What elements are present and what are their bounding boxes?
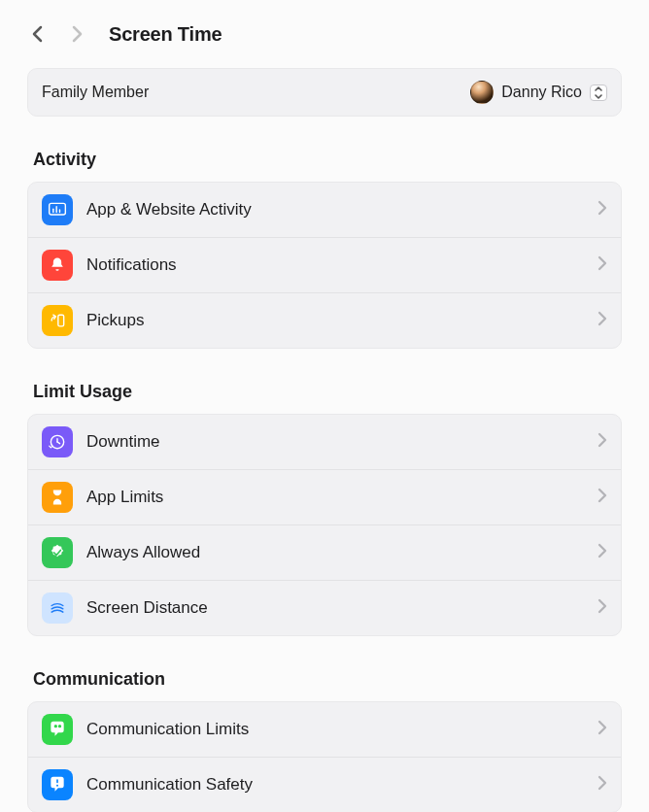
chart-icon <box>42 194 73 225</box>
page-title: Screen Time <box>109 23 222 46</box>
chevron-right-icon <box>598 311 607 330</box>
svg-rect-4 <box>58 315 64 326</box>
bell-icon <box>42 250 73 281</box>
hourglass-icon <box>42 482 73 513</box>
limit-usage-group: Downtime App Limits Always Allowed Scree… <box>27 414 622 636</box>
chevron-right-icon <box>598 255 607 275</box>
back-button[interactable] <box>23 19 52 49</box>
row-label: Downtime <box>86 432 584 452</box>
activity-section-title: Activity <box>33 150 622 170</box>
row-label: Notifications <box>86 255 584 275</box>
row-always-allowed[interactable]: Always Allowed <box>28 524 621 580</box>
row-communication-limits[interactable]: Communication Limits <box>28 702 621 757</box>
svg-point-8 <box>54 725 57 727</box>
family-member-selector[interactable]: Family Member Danny Rico <box>27 68 622 117</box>
family-member-label: Family Member <box>42 84 149 101</box>
check-shield-icon <box>42 537 73 568</box>
dropdown-arrows-icon <box>590 85 607 101</box>
family-member-name: Danny Rico <box>501 84 582 101</box>
svg-point-9 <box>58 725 61 727</box>
chat-alert-icon <box>42 769 73 800</box>
row-app-website-activity[interactable]: App & Website Activity <box>28 183 621 237</box>
row-downtime[interactable]: Downtime <box>28 415 621 469</box>
limit-usage-section-title: Limit Usage <box>33 382 622 402</box>
chevron-right-icon <box>598 775 607 795</box>
chevron-right-icon <box>598 720 607 739</box>
svg-line-7 <box>57 442 60 444</box>
forward-button[interactable] <box>62 19 91 49</box>
svg-rect-0 <box>50 203 66 215</box>
row-label: Always Allowed <box>86 543 584 562</box>
activity-group: App & Website Activity Notifications Pic… <box>27 182 622 349</box>
family-member-dropdown[interactable]: Danny Rico <box>470 81 607 104</box>
row-screen-distance[interactable]: Screen Distance <box>28 580 621 635</box>
svg-point-11 <box>56 785 58 787</box>
clock-down-icon <box>42 426 73 457</box>
communication-group: Communication Limits Communication Safet… <box>27 701 622 812</box>
row-pickups[interactable]: Pickups <box>28 292 621 348</box>
chevron-right-icon <box>598 200 607 220</box>
row-notifications[interactable]: Notifications <box>28 237 621 292</box>
svg-rect-10 <box>56 779 58 783</box>
chevron-right-icon <box>598 432 607 452</box>
row-communication-safety[interactable]: Communication Safety <box>28 757 621 812</box>
row-label: App & Website Activity <box>86 200 584 220</box>
header: Screen Time <box>0 0 649 58</box>
pickups-icon <box>42 305 73 336</box>
chevron-right-icon <box>598 543 607 562</box>
chevron-right-icon <box>598 598 607 618</box>
row-label: Communication Safety <box>86 775 584 795</box>
row-app-limits[interactable]: App Limits <box>28 469 621 524</box>
communication-section-title: Communication <box>33 669 622 690</box>
chevron-right-icon <box>598 488 607 507</box>
avatar-icon <box>470 81 494 104</box>
row-label: App Limits <box>86 488 584 507</box>
row-label: Screen Distance <box>86 598 584 618</box>
chat-people-icon <box>42 714 73 745</box>
row-label: Communication Limits <box>86 720 584 739</box>
row-label: Pickups <box>86 311 584 330</box>
distance-waves-icon <box>42 592 73 624</box>
